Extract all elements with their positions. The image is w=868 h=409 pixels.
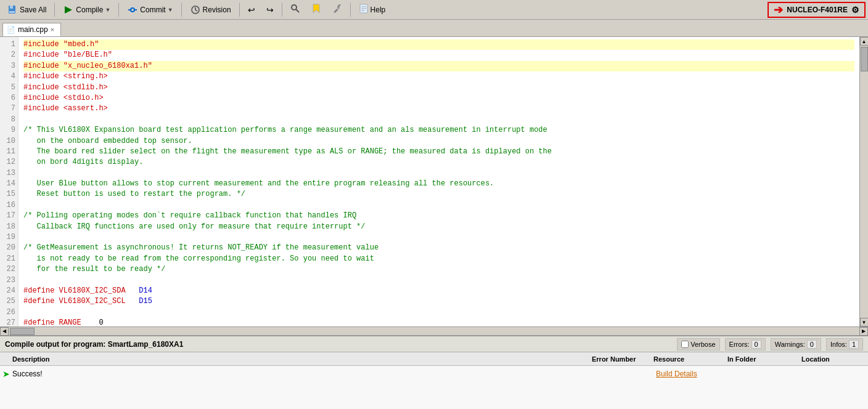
separator-5	[282, 3, 282, 17]
code-line: Reset button is used to restart the prog…	[23, 189, 854, 200]
warnings-label: Warnings:	[775, 341, 805, 348]
compile-button[interactable]: Compile ▼	[59, 2, 115, 18]
success-icon: ➤	[2, 369, 10, 379]
vertical-scrollbar[interactable]: ▲ ▼	[859, 37, 868, 326]
redo-icon: ↪	[266, 5, 274, 15]
svg-rect-1	[10, 6, 13, 9]
compile-dropdown-arrow[interactable]: ▼	[105, 7, 110, 13]
verbose-checkbox[interactable]	[681, 341, 689, 348]
code-line: #include <stdlib.h>	[23, 83, 854, 93]
save-all-button[interactable]: Save All	[2, 2, 51, 18]
code-line: The board red slider select on the fligh…	[23, 147, 854, 157]
horizontal-scrollbar[interactable]: ◀ ▶	[0, 326, 868, 335]
device-name: NUCLEO-F401RE	[787, 6, 848, 14]
svg-point-8	[292, 5, 297, 10]
compile-row: ➤ Success! Build Details	[0, 366, 868, 382]
commit-button[interactable]: Commit ▼	[123, 2, 177, 18]
scroll-thumb-h[interactable]	[10, 328, 35, 335]
col-folder-header: In Folder	[727, 355, 801, 363]
code-line: #define VL6180X_I2C_SDA D14	[23, 286, 854, 296]
errors-count: 0	[751, 340, 761, 349]
compile-icon	[63, 4, 74, 15]
code-line: #include <string.h>	[23, 71, 854, 82]
commit-dropdown-arrow[interactable]: ▼	[168, 7, 173, 13]
code-line: #include <stdio.h>	[23, 93, 854, 103]
scroll-down-arrow[interactable]: ▼	[860, 318, 869, 326]
code-line: is not ready to be read from the corresp…	[23, 254, 854, 264]
device-settings-icon[interactable]: ⚙	[851, 5, 859, 15]
code-line: #define RANGE 0	[23, 318, 854, 326]
svg-line-9	[296, 9, 299, 12]
compile-header: Compile output for program: SmartLamp_61…	[0, 336, 868, 352]
code-line: for the result to be ready */	[23, 264, 854, 275]
code-line: /* This VL6180X Expansion board test app…	[23, 125, 854, 136]
col-location-header: Location	[801, 355, 863, 363]
help-icon	[359, 4, 369, 15]
undo-button[interactable]: ↩	[244, 2, 260, 18]
success-text: Success!	[12, 370, 43, 378]
code-line	[23, 307, 854, 318]
compile-table-header: Description Error Number Resource In Fol…	[0, 352, 868, 366]
undo-icon: ↩	[248, 5, 255, 15]
save-all-icon	[7, 4, 18, 15]
code-line: on bord 4digits display.	[23, 157, 854, 168]
code-line	[23, 200, 854, 211]
find-icon	[290, 4, 300, 15]
help-button[interactable]: Help	[354, 2, 390, 18]
find-button[interactable]	[286, 2, 305, 18]
code-line: #include "ble/BLE.h"	[23, 50, 854, 60]
code-line: /* GetMeasurement is asynchronous! It re…	[23, 243, 854, 253]
svg-rect-11	[334, 9, 338, 14]
scroll-right-arrow[interactable]: ▶	[859, 327, 868, 336]
code-line	[23, 168, 854, 179]
col-resource-header: Resource	[653, 355, 727, 363]
svg-rect-2	[9, 11, 15, 13]
compile-row-description: ➤ Success!	[2, 369, 594, 379]
separator-6	[350, 3, 351, 17]
device-badge[interactable]: ➔ NUCLEO-F401RE ⚙	[768, 2, 866, 18]
code-editor[interactable]: 12345 678910 1112131415 1617181920 21222…	[0, 37, 859, 326]
code-area: 12345 678910 1112131415 1617181920 21222…	[0, 37, 868, 326]
help-label: Help	[371, 6, 386, 14]
scroll-thumb-v[interactable]	[861, 47, 868, 71]
warnings-badge: Warnings: 0	[771, 338, 821, 350]
compile-panel: Compile output for program: SmartLamp_61…	[0, 335, 868, 409]
tab-filename: main.cpp	[18, 25, 48, 34]
code-line: on the onboard embedded top sensor.	[23, 136, 854, 147]
redo-button[interactable]: ↪	[262, 2, 278, 18]
compile-row-resource: Build Details	[656, 370, 730, 378]
tab-close-button[interactable]: ×	[51, 26, 54, 33]
line-numbers: 12345 678910 1112131415 1617181920 21222…	[0, 37, 18, 326]
code-line: /* Polling operating modes don`t require…	[23, 211, 854, 221]
svg-marker-3	[65, 6, 72, 14]
verbose-checkbox-area[interactable]: Verbose	[677, 338, 719, 350]
revision-button[interactable]: Revision	[186, 2, 235, 18]
compile-output-title: Compile output for program: SmartLamp_61…	[5, 340, 672, 349]
separator-2	[118, 3, 119, 17]
file-icon: 📄	[7, 26, 15, 34]
code-line: #include <assert.h>	[23, 103, 854, 114]
code-content[interactable]: #include "mbed.h" #include "ble/BLE.h" #…	[18, 37, 859, 326]
separator-3	[181, 3, 182, 17]
build-details-link[interactable]: Build Details	[656, 370, 697, 378]
save-all-label: Save All	[20, 6, 46, 14]
code-line: Callback IRQ functions are used only for…	[23, 222, 854, 232]
scroll-left-arrow[interactable]: ◀	[0, 327, 9, 336]
settings-button[interactable]	[328, 2, 346, 18]
verbose-label: Verbose	[690, 341, 715, 348]
revision-label: Revision	[203, 6, 231, 14]
scroll-up-arrow[interactable]: ▲	[860, 37, 869, 46]
bookmark-button[interactable]	[307, 2, 326, 18]
svg-marker-10	[313, 4, 319, 13]
code-line: User Blue button allows to stop current …	[23, 179, 854, 189]
warnings-count: 0	[807, 340, 817, 349]
compile-label: Compile	[76, 6, 103, 14]
separator-4	[239, 3, 240, 17]
code-line	[23, 115, 854, 125]
editor-container: 📄 main.cpp × 12345 678910 1112131415 161…	[0, 20, 868, 335]
errors-badge: Errors: 0	[725, 338, 766, 350]
code-line	[23, 275, 854, 286]
svg-point-4	[131, 8, 134, 12]
tab-main-cpp[interactable]: 📄 main.cpp ×	[2, 23, 61, 36]
col-errnum-header: Error Number	[592, 355, 653, 363]
